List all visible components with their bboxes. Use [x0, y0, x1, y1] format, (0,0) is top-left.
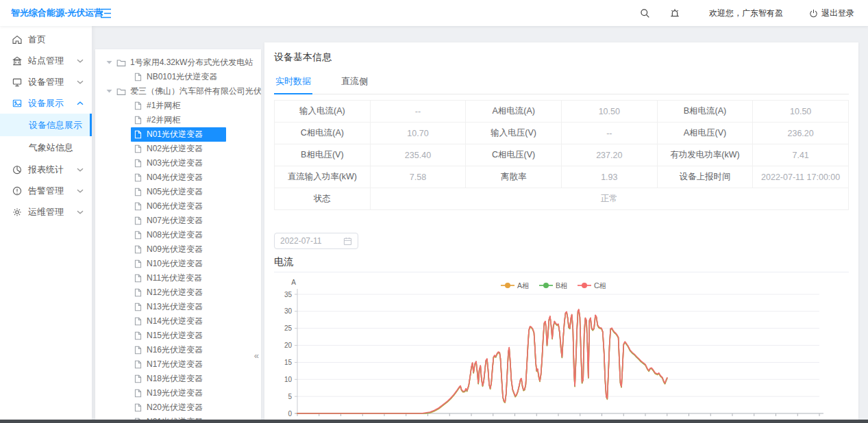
top-header: 智光综合能源-光伏运营 欢迎您，广东智有盈 退出登录: [0, 0, 868, 26]
tree-node-label: N13光伏逆变器: [147, 301, 203, 313]
date-picker[interactable]: 2022-07-11: [274, 233, 358, 249]
date-picker-value: 2022-07-11: [280, 236, 322, 246]
tree-node[interactable]: N10光伏逆变器: [95, 257, 261, 271]
tree-node[interactable]: N13光伏逆变器: [95, 300, 261, 314]
tree-node-label: N12光伏逆变器: [147, 287, 203, 298]
caret-down-icon[interactable]: [106, 89, 112, 94]
sidebar-item-5[interactable]: 报表统计: [0, 159, 92, 180]
tree-node[interactable]: NB0101光伏逆变器: [95, 70, 261, 84]
file-icon: [134, 73, 142, 81]
site-icon: [12, 56, 22, 66]
file-icon: [134, 403, 142, 412]
chevron-down-icon: [77, 168, 84, 172]
tree-node[interactable]: N02光伏逆变器: [95, 142, 261, 156]
current-line-chart[interactable]: 05101520253035A00:0001:0002:0003:0004:00…: [274, 272, 849, 420]
tree-node[interactable]: 1号家用4.32kW分布式光伏发电站: [95, 55, 261, 70]
tab-2[interactable]: 直流侧: [340, 70, 369, 94]
file-icon: [134, 116, 142, 125]
sidebar-item-2[interactable]: 站点管理: [0, 50, 92, 71]
tree-node-label: N11光伏逆变器: [147, 272, 202, 284]
sidebar-item-1[interactable]: 首页: [0, 29, 92, 50]
file-icon: [134, 130, 142, 139]
file-icon: [134, 202, 142, 211]
file-icon: [134, 231, 142, 240]
svg-text:35: 35: [284, 291, 293, 298]
sidebar-item-4[interactable]: 设备展示: [0, 92, 92, 114]
tree-node-label: #2并网柜: [147, 114, 180, 126]
home-icon: [12, 35, 22, 44]
tree-node[interactable]: N04光伏逆变器: [95, 170, 261, 185]
tree-node-label: N19光伏逆变器: [147, 387, 203, 399]
info-value-cell: --: [370, 101, 466, 123]
tree-node[interactable]: N03光伏逆变器: [95, 156, 261, 170]
tree-node-label: N06光伏逆变器: [147, 201, 203, 212]
file-icon: [134, 331, 142, 340]
alert-icon: [12, 186, 22, 196]
sidebar-item-3[interactable]: 设备管理: [0, 71, 92, 92]
folder-icon: [116, 87, 126, 97]
tree-node[interactable]: N19光伏逆变器: [95, 386, 261, 400]
header-actions: 欢迎您，广东智有盈 退出登录: [621, 8, 868, 19]
tree-node[interactable]: N20光伏逆变器: [95, 400, 261, 415]
file-icon: [134, 303, 142, 311]
logout-label: 退出登录: [821, 8, 854, 19]
tree-node-label: N05光伏逆变器: [147, 186, 203, 198]
tree-collapse-handle[interactable]: «: [254, 350, 259, 361]
tree-node[interactable]: N17光伏逆变器: [95, 357, 261, 372]
sidebar-item-7[interactable]: 运维管理: [0, 201, 92, 222]
tree-node[interactable]: N11光伏逆变器: [95, 271, 261, 285]
tree-node[interactable]: N18光伏逆变器: [95, 372, 261, 386]
tree-node[interactable]: N15光伏逆变器: [95, 329, 261, 343]
device-info-table: 输入电流(A)--A相电流(A)10.50B相电流(A)10.50C相电流(A)…: [274, 100, 849, 210]
tree-node-label: N07光伏逆变器: [147, 215, 203, 227]
tree-node[interactable]: N12光伏逆变器: [95, 285, 261, 300]
alarm-icon[interactable]: [669, 8, 680, 18]
svg-text:30: 30: [284, 307, 293, 315]
info-label-cell: 输入电压(V): [466, 123, 562, 144]
svg-text:A: A: [291, 279, 296, 286]
file-icon: [134, 216, 142, 225]
tree-node[interactable]: N16光伏逆变器: [95, 343, 261, 357]
tree-node-label: NB0101光伏逆变器: [147, 71, 217, 83]
info-label-cell: B相电压(V): [275, 144, 371, 166]
sidebar-subitem-2[interactable]: 气象站信息: [0, 136, 92, 159]
tree-node[interactable]: N07光伏逆变器: [95, 214, 261, 228]
tree-node[interactable]: N08光伏逆变器: [95, 228, 261, 242]
info-label-cell: 设备上报时间: [657, 166, 753, 188]
logout-button[interactable]: 退出登录: [809, 8, 854, 19]
tree-node-selected[interactable]: N01光伏逆变器: [131, 127, 226, 142]
sidebar-item-label: 报表统计: [28, 164, 77, 176]
file-icon: [134, 346, 142, 355]
sidebar-item-6[interactable]: 告警管理: [0, 180, 92, 201]
tree-node[interactable]: N05光伏逆变器: [95, 185, 261, 199]
svg-text:10: 10: [284, 376, 293, 383]
tree-node-label: 1号家用4.32kW分布式光伏发电站: [130, 57, 253, 68]
file-icon: [134, 159, 142, 168]
tree-node[interactable]: N09光伏逆变器: [95, 242, 261, 257]
menu-fold-icon[interactable]: [100, 8, 112, 18]
chevron-down-icon: [77, 210, 84, 214]
svg-text:15: 15: [284, 359, 293, 366]
search-icon[interactable]: [640, 8, 650, 18]
info-label-cell: C相电流(A): [275, 123, 371, 144]
tree-node-label: N01光伏逆变器: [147, 129, 203, 140]
tree-node[interactable]: #1并网柜: [95, 99, 261, 113]
tree-node[interactable]: 爱三（佛山）汽车部件有限公司光伏发: [95, 84, 261, 99]
sidebar: 首页站点管理设备管理设备展示设备信息展示气象站信息报表统计告警管理运维管理: [0, 26, 92, 420]
sidebar-subitem-1[interactable]: 设备信息展示: [0, 114, 92, 136]
tree-node-label: N14光伏逆变器: [147, 316, 203, 327]
tab-1[interactable]: 实时数据: [274, 70, 312, 94]
info-value-cell: 10.50: [561, 101, 657, 123]
device-tree: 1号家用4.32kW分布式光伏发电站NB0101光伏逆变器爱三（佛山）汽车部件有…: [95, 55, 261, 420]
tree-node[interactable]: #2并网柜: [95, 113, 261, 127]
file-icon: [134, 144, 142, 153]
caret-down-icon[interactable]: [106, 60, 112, 65]
tree-node-label: N10光伏逆变器: [147, 258, 203, 270]
tree-node[interactable]: N21光伏逆变器: [95, 415, 261, 420]
device-icon: [12, 77, 22, 87]
info-value-cell: 7.58: [370, 166, 466, 188]
sidebar-item-label: 设备管理: [28, 76, 77, 88]
tree-node[interactable]: N01光伏逆变器: [95, 127, 261, 142]
tree-node[interactable]: N06光伏逆变器: [95, 199, 261, 214]
tree-node[interactable]: N14光伏逆变器: [95, 314, 261, 329]
